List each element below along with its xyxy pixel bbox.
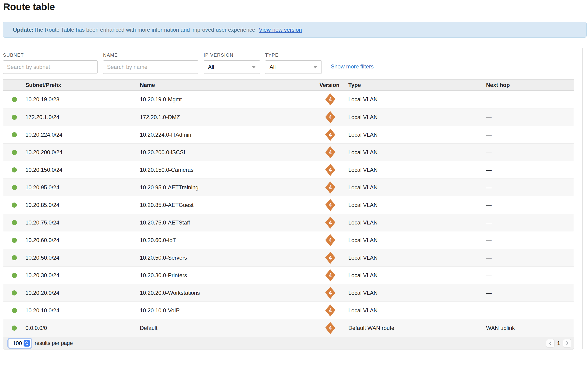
view-new-version-link[interactable]: View new version (259, 27, 302, 33)
row-status-cell (3, 150, 25, 155)
row-status-cell (3, 238, 25, 243)
name-cell: 10.20.60.0-IoT (140, 237, 319, 244)
table-row: 10.20.10.0/24 10.20.10.0-VoIP 4 Local VL… (3, 301, 574, 319)
name-cell: Default (140, 325, 319, 331)
version-cell: 4 (319, 217, 348, 229)
subnet-prefix-cell: 10.20.75.0/24 (25, 219, 140, 226)
status-active-dot-icon (12, 220, 17, 225)
name-filter-label: NAME (103, 53, 204, 58)
status-active-dot-icon (12, 308, 17, 313)
type-selected-value: All (270, 64, 276, 70)
row-status-cell (3, 167, 25, 172)
previous-page-button[interactable] (546, 339, 555, 347)
type-cell: Local VLAN (348, 184, 486, 191)
chevron-left-icon (548, 341, 552, 346)
row-status-cell (3, 255, 25, 260)
subnet-prefix-cell: 10.20.150.0/24 (25, 167, 140, 173)
version-cell: 4 (319, 93, 348, 106)
svg-text:4: 4 (329, 272, 332, 278)
route-table: Subnet/Prefix Name Version Type Next hop… (3, 79, 574, 350)
name-cell: 172.20.1.0-DMZ (140, 114, 319, 120)
status-active-dot-icon (12, 185, 17, 190)
results-per-page-select[interactable]: 100 (8, 339, 32, 348)
subnet-prefix-cell: 10.20.10.0/24 (25, 307, 140, 314)
subnet-prefix-cell: 10.20.224.0/24 (25, 131, 140, 138)
ip-version-select[interactable]: All (204, 60, 260, 74)
table-row: 172.20.1.0/24 172.20.1.0-DMZ 4 Local VLA… (3, 108, 574, 126)
name-cell: 10.20.95.0-AETTraining (140, 184, 319, 191)
column-header-next-hop: Next hop (486, 82, 574, 88)
table-row: 10.20.20.0/24 10.20.20.0-Workstations 4 … (3, 284, 574, 301)
type-select[interactable]: All (265, 60, 322, 74)
ipv4-version-icon: 4 (325, 164, 335, 176)
banner-text: Update:The Route Table has been enhanced… (13, 27, 257, 33)
status-active-dot-icon (12, 203, 17, 208)
table-row: 10.20.19.0/28 10.20.19.0-Mgmt 4 Local VL… (3, 91, 574, 108)
column-header-version: Version (319, 82, 348, 88)
current-page-number: 1 (557, 340, 560, 347)
next-hop-cell: — (486, 167, 574, 173)
ipv4-version-icon: 4 (325, 129, 335, 141)
column-header-subnet: Subnet/Prefix (25, 82, 140, 88)
subnet-prefix-cell: 10.20.30.0/24 (25, 272, 140, 279)
version-cell: 4 (319, 164, 348, 176)
results-per-page-value: 100 (13, 340, 22, 347)
type-cell: Local VLAN (348, 307, 486, 314)
table-row: 0.0.0.0/0 Default 4 Default WAN route WA… (3, 319, 574, 337)
version-cell: 4 (319, 182, 348, 193)
next-hop-cell: — (486, 219, 574, 226)
ipv4-version-icon: 4 (325, 269, 335, 281)
show-more-filters-link[interactable]: Show more filters (331, 63, 374, 70)
table-row: 10.20.50.0/24 10.20.50.0-Servers 4 Local… (3, 249, 574, 266)
ipv4-version-icon: 4 (325, 199, 335, 211)
page-title: Route table (3, 1, 55, 12)
next-hop-cell: — (486, 307, 574, 314)
status-active-dot-icon (12, 273, 17, 278)
subnet-prefix-cell: 10.20.95.0/24 (25, 184, 140, 191)
subnet-prefix-cell: 0.0.0.0/0 (25, 325, 140, 331)
route-table-page: Route table Update:The Route Table has b… (0, 0, 588, 375)
subnet-filter-group: SUBNET (3, 53, 103, 74)
update-banner: Update:The Route Table has been enhanced… (3, 22, 587, 38)
name-search-input[interactable] (103, 60, 198, 74)
svg-text:4: 4 (329, 255, 332, 261)
svg-text:4: 4 (329, 167, 332, 173)
type-cell: Local VLAN (348, 96, 486, 103)
name-cell: 10.20.30.0-Printers (140, 272, 319, 279)
scrollbar-track[interactable] (582, 48, 583, 349)
chevron-down-icon (313, 66, 317, 68)
next-hop-cell: — (486, 255, 574, 261)
name-cell: 10.20.150.0-Cameras (140, 167, 319, 173)
select-stepper-icon (24, 340, 30, 347)
next-hop-cell: — (486, 131, 574, 138)
table-footer: 100 results per page 1 (3, 337, 574, 350)
ipv4-version-icon: 4 (325, 182, 335, 193)
version-cell: 4 (319, 252, 348, 264)
status-active-dot-icon (12, 132, 17, 137)
row-status-cell (3, 220, 25, 225)
svg-text:4: 4 (329, 237, 332, 243)
filter-bar: SUBNET NAME IP VERSION All TYPE All Show… (3, 53, 374, 74)
table-row: 10.20.85.0/24 10.20.85.0-AETGuest 4 Loca… (3, 196, 574, 214)
name-cell: 10.20.50.0-Servers (140, 255, 319, 261)
subnet-search-input[interactable] (3, 60, 97, 74)
type-cell: Local VLAN (348, 219, 486, 226)
row-status-cell (3, 132, 25, 137)
status-active-dot-icon (12, 325, 17, 331)
next-page-button[interactable] (563, 339, 571, 347)
table-row: 10.20.60.0/24 10.20.60.0-IoT 4 Local VLA… (3, 231, 574, 249)
ipv4-version-icon: 4 (325, 93, 335, 106)
subnet-prefix-cell: 10.20.85.0/24 (25, 202, 140, 208)
subnet-prefix-cell: 10.20.200.0/24 (25, 149, 140, 156)
status-active-dot-icon (12, 290, 17, 295)
ipv4-version-icon: 4 (325, 287, 335, 299)
next-hop-cell: — (486, 114, 574, 120)
banner-message: The Route Table has been enhanced with m… (33, 27, 257, 33)
type-cell: Local VLAN (348, 237, 486, 244)
svg-text:4: 4 (329, 114, 332, 120)
svg-text:4: 4 (329, 219, 332, 226)
table-row: 10.20.224.0/24 10.20.224.0-ITAdmin 4 Loc… (3, 126, 574, 143)
type-filter-group: TYPE All (265, 53, 326, 74)
table-row: 10.20.95.0/24 10.20.95.0-AETTraining 4 L… (3, 179, 574, 196)
svg-text:4: 4 (329, 290, 332, 296)
